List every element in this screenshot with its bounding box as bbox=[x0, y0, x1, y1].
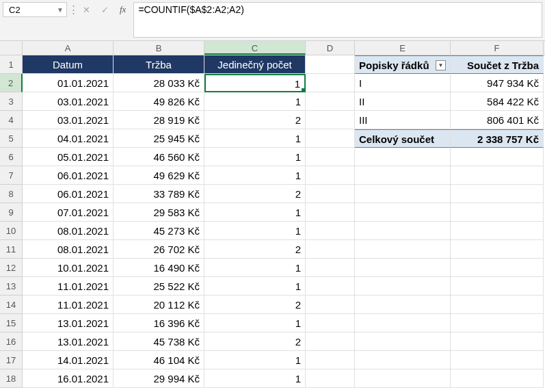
cell-date[interactable]: 06.01.2021 bbox=[23, 166, 114, 185]
cell-count[interactable]: 1 bbox=[204, 166, 306, 185]
cell[interactable] bbox=[355, 185, 451, 203]
cell-amount[interactable]: 25 945 Kč bbox=[114, 129, 204, 148]
cell[interactable] bbox=[306, 92, 355, 111]
cell[interactable] bbox=[451, 259, 544, 277]
cell-amount[interactable]: 28 033 Kč bbox=[114, 74, 204, 92]
cell-amount[interactable]: 49 629 Kč bbox=[114, 166, 204, 185]
cell-amount[interactable]: 16 396 Kč bbox=[114, 314, 204, 332]
cell[interactable] bbox=[451, 314, 544, 332]
cell[interactable] bbox=[355, 240, 451, 259]
cell[interactable] bbox=[451, 351, 544, 369]
cell[interactable] bbox=[355, 369, 451, 388]
cell-count[interactable]: 1 bbox=[204, 314, 306, 332]
cell[interactable] bbox=[355, 332, 451, 351]
cell-date[interactable]: 01.01.2021 bbox=[23, 74, 114, 92]
cell[interactable] bbox=[355, 296, 451, 314]
cell-amount[interactable]: 46 560 Kč bbox=[114, 148, 204, 166]
cell-date[interactable]: 14.01.2021 bbox=[23, 351, 114, 369]
cell[interactable] bbox=[306, 185, 355, 203]
cell[interactable] bbox=[355, 203, 451, 222]
row-header[interactable]: 2 bbox=[0, 74, 23, 92]
cell-amount[interactable]: 26 702 Kč bbox=[114, 240, 204, 259]
name-box[interactable]: C2 ▼ bbox=[3, 2, 67, 17]
cell[interactable] bbox=[451, 185, 544, 203]
filter-dropdown-icon[interactable]: ▼ bbox=[436, 60, 446, 70]
cell[interactable] bbox=[306, 369, 355, 388]
row-header[interactable]: 6 bbox=[0, 148, 23, 166]
cell-amount[interactable]: 28 919 Kč bbox=[114, 111, 204, 129]
cell[interactable] bbox=[306, 55, 355, 74]
cancel-formula-icon[interactable]: ✕ bbox=[79, 2, 94, 17]
col-header-b[interactable]: B bbox=[114, 41, 204, 55]
cell-amount[interactable]: 20 112 Kč bbox=[114, 296, 204, 314]
cell[interactable] bbox=[355, 259, 451, 277]
cell-date[interactable]: 11.01.2021 bbox=[23, 277, 114, 296]
cell[interactable] bbox=[306, 111, 355, 129]
cell-amount[interactable]: 29 994 Kč bbox=[114, 369, 204, 388]
row-header[interactable]: 17 bbox=[0, 351, 23, 369]
cell-count[interactable]: 2 bbox=[204, 332, 306, 351]
cell[interactable] bbox=[306, 166, 355, 185]
row-header[interactable]: 16 bbox=[0, 332, 23, 351]
cell[interactable] bbox=[306, 332, 355, 351]
cell[interactable] bbox=[451, 203, 544, 222]
row-header[interactable]: 11 bbox=[0, 240, 23, 259]
pivot-row-label[interactable]: I bbox=[355, 74, 451, 92]
cell-amount[interactable]: 45 738 Kč bbox=[114, 332, 204, 351]
cell[interactable] bbox=[306, 203, 355, 222]
cell-date[interactable]: 05.01.2021 bbox=[23, 148, 114, 166]
cell[interactable] bbox=[355, 277, 451, 296]
row-header[interactable]: 5 bbox=[0, 129, 23, 148]
cell-date[interactable]: 07.01.2021 bbox=[23, 203, 114, 222]
formula-input[interactable]: =COUNTIF($A$2:A2;A2) bbox=[133, 2, 542, 38]
row-header[interactable]: 18 bbox=[0, 369, 23, 388]
cell-count[interactable]: 1 bbox=[204, 92, 306, 111]
cell[interactable] bbox=[306, 240, 355, 259]
header-jedinecny[interactable]: Jedinečný počet bbox=[204, 55, 306, 74]
cell-amount[interactable]: 46 104 Kč bbox=[114, 351, 204, 369]
cell-amount[interactable]: 49 826 Kč bbox=[114, 92, 204, 111]
pivot-total-label[interactable]: Celkový součet bbox=[355, 129, 451, 148]
cell[interactable] bbox=[355, 351, 451, 369]
cell[interactable] bbox=[306, 296, 355, 314]
select-all-corner[interactable] bbox=[0, 41, 23, 55]
cell-date[interactable]: 06.01.2021 bbox=[23, 185, 114, 203]
col-header-c[interactable]: C bbox=[204, 41, 306, 55]
col-header-a[interactable]: A bbox=[23, 41, 114, 55]
cell-count[interactable]: 2 bbox=[204, 185, 306, 203]
col-header-e[interactable]: E bbox=[355, 41, 451, 55]
cell[interactable] bbox=[306, 314, 355, 332]
cell-amount[interactable]: 29 583 Kč bbox=[114, 203, 204, 222]
cell[interactable] bbox=[306, 222, 355, 240]
cell-amount[interactable]: 45 273 Kč bbox=[114, 222, 204, 240]
cell[interactable] bbox=[306, 129, 355, 148]
accept-formula-icon[interactable]: ✓ bbox=[98, 2, 112, 17]
cell[interactable] bbox=[451, 222, 544, 240]
cell-date[interactable]: 11.01.2021 bbox=[23, 296, 114, 314]
cell-count[interactable]: 1 bbox=[204, 148, 306, 166]
row-header[interactable]: 14 bbox=[0, 296, 23, 314]
cell[interactable] bbox=[306, 259, 355, 277]
fx-icon[interactable]: fx bbox=[116, 2, 129, 17]
pivot-row-value[interactable]: 947 934 Kč bbox=[451, 74, 544, 92]
cell-count[interactable]: 1 bbox=[204, 369, 306, 388]
cell[interactable] bbox=[306, 351, 355, 369]
cell[interactable] bbox=[451, 166, 544, 185]
cell-count[interactable]: 2 bbox=[204, 240, 306, 259]
cell[interactable] bbox=[355, 148, 451, 166]
cell-amount[interactable]: 16 490 Kč bbox=[114, 259, 204, 277]
header-datum[interactable]: Datum bbox=[23, 55, 114, 74]
pivot-header-label[interactable]: Popisky řádků ▼ bbox=[355, 55, 451, 74]
cell-count[interactable]: 1 bbox=[204, 351, 306, 369]
pivot-header-value[interactable]: Součet z Tržba bbox=[451, 55, 544, 74]
cell-date[interactable]: 10.01.2021 bbox=[23, 259, 114, 277]
cell[interactable] bbox=[451, 240, 544, 259]
cell-date[interactable]: 04.01.2021 bbox=[23, 129, 114, 148]
row-header[interactable]: 3 bbox=[0, 92, 23, 111]
cell[interactable] bbox=[451, 277, 544, 296]
col-header-d[interactable]: D bbox=[306, 41, 355, 55]
row-header[interactable]: 1 bbox=[0, 55, 23, 74]
cell-date[interactable]: 03.01.2021 bbox=[23, 111, 114, 129]
cell-count[interactable]: 1 bbox=[204, 129, 306, 148]
cell-amount[interactable]: 33 789 Kč bbox=[114, 185, 204, 203]
